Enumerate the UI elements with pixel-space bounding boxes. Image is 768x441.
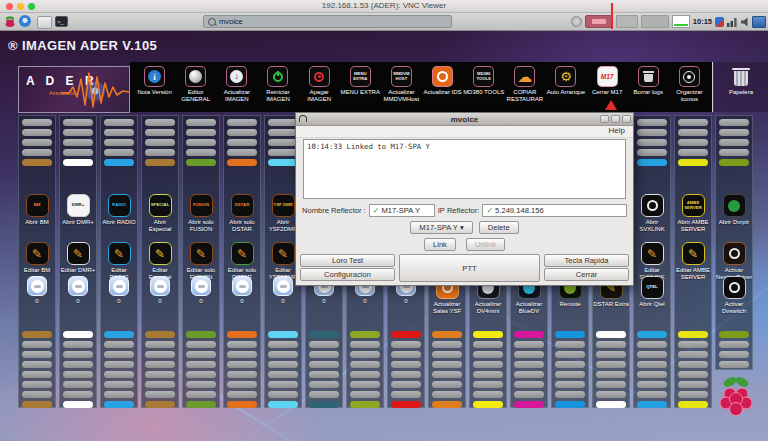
reflector-dropdown[interactable]: M17-SPA Y ▾ [410,221,472,234]
gray-bar [22,129,52,136]
tecla-rapida-button[interactable]: Tecla Rapida [544,254,629,267]
auto-arranque-item[interactable]: ⚙Auto Arranque [545,66,586,112]
pi-taskbar: >_ mvoice 10:15 [0,13,768,31]
eject-icon[interactable] [571,16,582,27]
file-manager-icon[interactable] [37,16,52,29]
mixer-column-5: FUSIONAbrir solo FUSION✎Editar solo FUSI… [182,115,220,408]
taskbar-window-button[interactable]: mvoice [203,15,452,28]
counter-value: 0 [117,298,120,305]
abrir-bm-icon[interactable]: BM [26,194,49,217]
actualizar-mmdvmhost-item[interactable]: MMDVM HOSTActualizar MMDVMHost [381,66,422,112]
ptt-button[interactable]: PTT [399,254,540,282]
cpu-monitor[interactable] [672,15,690,28]
gray-bar [514,371,544,378]
gray-bar [63,371,93,378]
abrir-dmr: DMR+Abrir DMR+ [60,194,96,226]
abrir-dmr-icon[interactable]: DMR+ [67,194,90,217]
apagar-imagen-item[interactable]: Apagar IMAGEN [299,66,340,112]
counter-icon[interactable] [273,276,293,296]
counter-icon[interactable] [68,276,88,296]
menu-extra-item[interactable]: MENU EXTRAMENU EXTRA [340,66,381,112]
gray-bar [104,391,134,398]
editar-ambe-server-icon[interactable]: ✎ [682,242,705,265]
volume-icon[interactable] [741,17,749,27]
configuracion-button[interactable]: Configuracion [300,268,395,281]
reiniciar-imagen-item[interactable]: Reiniciar IMAGEN [257,66,298,112]
editar-dmr-icon[interactable]: ✎ [67,242,90,265]
status-button-red[interactable] [585,15,613,28]
counter-icon[interactable] [27,276,47,296]
top-bars [63,119,93,169]
abrir-solo-fusion-icon[interactable]: FUSION [190,194,213,217]
ip-reflector-input[interactable]: ✓ 5.249.148.156 [482,204,627,217]
help-menu[interactable]: Help [609,126,625,135]
gray-bar [473,361,503,368]
gray-bar [104,371,134,378]
counter-value: 0 [404,298,407,305]
md380-tools-item[interactable]: MD380 TOOLSMD380 TOOLS [463,66,504,112]
browser-icon[interactable] [19,15,31,27]
loro-test-button[interactable]: Loro Test [300,254,395,267]
papelera-item[interactable]: Papelera [714,62,768,112]
link-button[interactable]: Link [424,238,456,251]
unlink-button[interactable]: Unlink [466,238,505,251]
delete-button[interactable]: Delete [479,221,519,234]
abrir-ambe-server-icon[interactable]: AMBE SERVER [682,194,705,217]
close-icon[interactable] [622,115,631,123]
organizar-iconos-item[interactable]: Organizar iconos [669,66,710,112]
abrir-solo-dstar-icon[interactable]: DSTAR [231,194,254,217]
counter-icon[interactable] [150,276,170,296]
papelera-label: Papelera [729,89,753,96]
dialog-titlebar[interactable]: mvoice [296,113,633,126]
counter-icon[interactable] [109,276,129,296]
abrir-qtel-icon[interactable]: QTEL [641,276,664,299]
copiar-restaurar-item[interactable]: ☁COPIAR RESTAURAR [504,66,545,112]
abrir-radio-icon[interactable]: RADIO [108,194,131,217]
editor-general-item[interactable]: Editor GENERAL [175,66,216,112]
raspberry-pi-logo [717,374,755,418]
nombre-reflector-input[interactable]: ✓ M17-SPA Y [369,204,435,217]
abrir-svxlink-icon[interactable] [641,194,664,217]
cerrar-button[interactable]: Cerrar [544,268,629,281]
activar-nextiondriver-icon[interactable] [723,242,746,265]
minimize-icon[interactable] [600,115,609,123]
raspberry-menu-icon[interactable] [4,15,16,28]
editar-solo-dstar-icon[interactable]: ✎ [231,242,254,265]
bottom-bars [309,331,339,411]
borrar-logs-item[interactable]: Borrar logs [628,66,669,112]
editar-solo-fusion-icon[interactable]: ✎ [190,242,213,265]
bluetooth-icon[interactable] [715,17,724,27]
vnc-network-icon[interactable] [752,16,766,28]
editar-bm-icon[interactable]: ✎ [26,242,49,265]
editar-ysf2dmr-icon[interactable]: ✎ [272,242,295,265]
nota-versi-n-item[interactable]: iNota Versión [134,66,175,112]
counter-icon[interactable] [191,276,211,296]
abrir-ysf2dmr-icon[interactable]: YSF DMR [272,194,295,217]
counter-value: 0 [363,298,366,305]
vnc-window-title: 192.168.1.53 (ADER): VNC Viewer [0,1,768,10]
gray-bar [145,381,175,388]
gray-bar [596,391,626,398]
color-bar [555,401,585,408]
counter-icon[interactable] [232,276,252,296]
top-bars [186,119,216,169]
editar-radio-icon[interactable]: ✎ [108,242,131,265]
terminal-icon[interactable]: >_ [55,16,68,27]
color-bar [22,159,52,166]
activar-dvswitch-icon[interactable] [723,276,746,299]
abrir-dvrptr-icon[interactable] [723,194,746,217]
log-area[interactable]: 10:14:33 Linked to M17-SPA Y [303,139,626,199]
gray-bar [391,351,421,358]
editar-svxlink-icon[interactable]: ✎ [641,242,664,265]
maximize-icon[interactable] [611,115,620,123]
actualizar-imagen-item[interactable]: ↓Actualizar IMAGEN [216,66,257,112]
editar-especial-icon[interactable]: ✎ [149,242,172,265]
gray-bar [186,129,216,136]
abrir-especial-icon[interactable]: SPECIAL [149,194,172,217]
mixer-column-18: Abrir DvrptrActivar NextionDriverActivar… [715,115,753,370]
signal-bars-icon[interactable] [727,17,738,27]
editar-dmr-label: Editar DMR+ [61,267,96,274]
color-bar [596,331,626,338]
cerrar-m17-label: Cerrar M17 [592,89,622,96]
actualizar-ids-item[interactable]: Actualizar IDS [422,66,463,112]
